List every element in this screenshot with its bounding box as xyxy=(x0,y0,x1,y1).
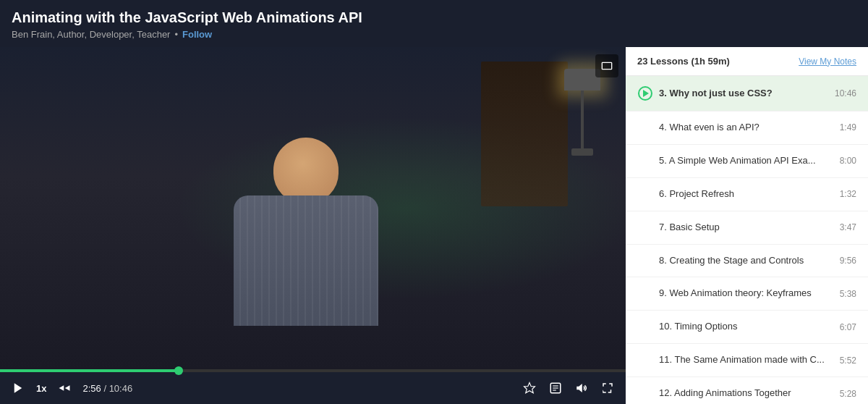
lesson-duration: 9:56 xyxy=(840,256,856,266)
lesson-item[interactable]: 7. Basic Setup3:47 xyxy=(626,211,868,245)
lesson-item[interactable]: 12. Adding Animations Together5:28 xyxy=(626,377,868,404)
bookmark-icon xyxy=(523,382,536,395)
svg-rect-0 xyxy=(602,62,611,69)
lesson-title: 7. Basic Setup xyxy=(659,222,834,234)
fullscreen-icon xyxy=(601,382,614,395)
svg-marker-2 xyxy=(524,383,535,393)
svg-marker-1 xyxy=(14,383,22,393)
page-header: Animating with the JavaScript Web Animat… xyxy=(0,0,868,47)
lesson-title: 11. The Same Animation made with C... xyxy=(659,354,834,366)
lesson-item[interactable]: 8. Creating the Stage and Controls9:56 xyxy=(626,245,868,278)
total-time: 10:46 xyxy=(109,383,133,394)
lesson-duration: 5:28 xyxy=(840,389,856,399)
lesson-duration: 5:52 xyxy=(840,355,856,366)
video-thumbnail xyxy=(0,47,626,369)
play-button[interactable] xyxy=(9,379,27,397)
lessons-count: 23 Lessons (1h 59m) xyxy=(637,56,730,67)
lesson-item[interactable]: 5. A Simple Web Animation API Exa...8:00 xyxy=(626,145,868,178)
current-time: 2:56 xyxy=(82,383,101,394)
speed-label: 1x xyxy=(36,383,46,394)
bookmark-button[interactable] xyxy=(520,379,539,397)
lesson-title: 5. A Simple Web Animation API Exa... xyxy=(659,155,834,167)
svg-marker-7 xyxy=(576,384,582,392)
controls-right xyxy=(520,379,617,397)
video-container: 1x 2:56 / 10:46 xyxy=(0,47,626,404)
rewind-icon xyxy=(58,382,71,395)
lesson-item[interactable]: 11. The Same Animation made with C...5:5… xyxy=(626,344,868,377)
lesson-duration: 6:07 xyxy=(840,322,856,332)
lesson-sidebar: 23 Lessons (1h 59m) View My Notes 3. Why… xyxy=(626,47,868,404)
play-triangle-icon xyxy=(643,90,649,97)
video-controls: 1x 2:56 / 10:46 xyxy=(0,372,626,404)
screen-mode-icon xyxy=(601,60,613,72)
bookshelf-decoration xyxy=(481,62,568,206)
lesson-list: 3. Why not just use CSS?10:464. What eve… xyxy=(626,76,868,404)
lesson-title: 12. Adding Animations Together xyxy=(659,387,834,400)
lesson-duration: 1:49 xyxy=(840,122,856,132)
notes-icon xyxy=(549,382,562,395)
notes-button[interactable] xyxy=(546,379,565,397)
screen-mode-button[interactable] xyxy=(595,54,618,77)
play-circle-icon xyxy=(638,86,652,101)
lesson-title: 8. Creating the Stage and Controls xyxy=(659,255,834,267)
page-title: Animating with the JavaScript Web Animat… xyxy=(12,9,856,26)
shirt-pattern xyxy=(234,195,378,326)
fullscreen-button[interactable] xyxy=(598,379,617,397)
lesson-item[interactable]: 10. Timing Options6:07 xyxy=(626,311,868,344)
progress-handle[interactable] xyxy=(174,366,183,375)
lesson-item[interactable]: 6. Project Refresh1:32 xyxy=(626,178,868,211)
play-icon xyxy=(12,382,25,395)
lamp-arm xyxy=(581,91,584,148)
main-content: 1x 2:56 / 10:46 xyxy=(0,47,868,404)
lesson-title: 4. What even is an API? xyxy=(659,122,834,134)
separator: • xyxy=(174,29,178,40)
rewind-button[interactable] xyxy=(55,379,74,397)
lesson-icon xyxy=(637,86,653,101)
lesson-title: 10. Timing Options xyxy=(659,321,834,333)
author-text: Ben Frain, Author, Developer, Teacher xyxy=(12,29,170,40)
view-notes-button[interactable]: View My Notes xyxy=(799,56,856,67)
person-body xyxy=(234,195,378,326)
lesson-title: 3. Why not just use CSS? xyxy=(659,88,829,100)
volume-icon xyxy=(575,382,588,395)
progress-bar[interactable] xyxy=(0,369,626,372)
video-area[interactable] xyxy=(0,47,626,369)
follow-button[interactable]: Follow xyxy=(182,29,212,40)
lamp-decoration xyxy=(561,69,604,170)
person-head xyxy=(273,138,339,203)
lesson-title: 9. Web Animation theory: Keyframes xyxy=(659,287,834,300)
lesson-duration: 10:46 xyxy=(835,88,856,98)
lesson-duration: 1:32 xyxy=(840,189,856,199)
lesson-duration: 3:47 xyxy=(840,222,856,232)
lesson-duration: 5:38 xyxy=(840,289,856,299)
lamp-base xyxy=(571,148,593,156)
lesson-title: 6. Project Refresh xyxy=(659,188,834,201)
progress-fill xyxy=(0,369,179,372)
lesson-item[interactable]: 4. What even is an API?1:49 xyxy=(626,111,868,145)
lesson-item[interactable]: 9. Web Animation theory: Keyframes5:38 xyxy=(626,277,868,311)
time-display: 2:56 / 10:46 xyxy=(82,383,132,394)
lesson-item[interactable]: 3. Why not just use CSS?10:46 xyxy=(626,76,868,111)
volume-button[interactable] xyxy=(572,379,591,397)
lesson-duration: 8:00 xyxy=(840,156,856,166)
time-separator: / xyxy=(103,383,109,394)
presenter xyxy=(234,138,378,326)
author-line: Ben Frain, Author, Developer, Teacher • … xyxy=(12,29,856,40)
sidebar-header: 23 Lessons (1h 59m) View My Notes xyxy=(626,47,868,76)
